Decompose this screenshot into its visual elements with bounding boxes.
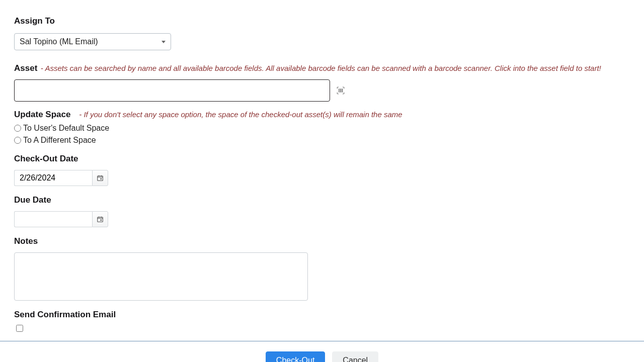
confirmation-label: Send Confirmation Email (14, 310, 116, 319)
assign-to-select[interactable]: Sal Topino (ML Email) (14, 33, 171, 50)
field-assign-to: Assign To Sal Topino (ML Email) (14, 16, 630, 50)
radio-different-space-input[interactable] (14, 137, 21, 144)
update-space-hint: If you don't select any space option, th… (84, 110, 402, 119)
checkout-date-input[interactable] (14, 170, 92, 186)
barcode-icon[interactable] (336, 86, 345, 95)
due-date-input[interactable] (14, 211, 92, 227)
field-asset: Asset - Assets can be searched by name a… (14, 63, 630, 102)
field-update-space: Update Space - If you don't select any s… (14, 110, 630, 145)
radio-different-space[interactable]: To A Different Space (14, 136, 630, 145)
assign-to-label: Assign To (14, 16, 55, 26)
asset-label: Asset (14, 63, 37, 73)
calendar-icon (97, 216, 104, 223)
checkout-button[interactable]: Check-Out (266, 351, 325, 362)
checkout-date-label: Check-Out Date (14, 154, 78, 163)
footer: Check-Out Cancel (0, 341, 644, 362)
update-space-label: Update Space (14, 110, 70, 119)
due-date-label: Due Date (14, 195, 51, 205)
svg-rect-2 (98, 217, 103, 222)
field-checkout-date: Check-Out Date (14, 154, 630, 186)
field-notes: Notes (14, 236, 630, 301)
radio-default-space-input[interactable] (14, 125, 21, 132)
confirmation-checkbox[interactable] (16, 325, 23, 332)
svg-rect-0 (98, 176, 103, 180)
chevron-down-icon (162, 41, 166, 43)
radio-different-space-label: To A Different Space (23, 136, 96, 145)
asset-hint: Assets can be searched by name and all a… (45, 64, 601, 72)
notes-label: Notes (14, 236, 38, 246)
due-date-picker-button[interactable] (92, 211, 108, 227)
calendar-icon (97, 174, 104, 182)
radio-default-space-label: To User's Default Space (23, 124, 109, 133)
assign-to-value: Sal Topino (ML Email) (20, 37, 98, 46)
field-confirmation: Send Confirmation Email (14, 310, 630, 332)
radio-default-space[interactable]: To User's Default Space (14, 124, 630, 133)
checkout-date-picker-button[interactable] (92, 170, 108, 186)
svg-rect-3 (101, 220, 102, 221)
field-due-date: Due Date (14, 195, 630, 227)
cancel-button[interactable]: Cancel (332, 351, 378, 362)
asset-input[interactable] (14, 79, 330, 102)
svg-rect-1 (101, 178, 102, 179)
notes-input[interactable] (14, 252, 308, 301)
